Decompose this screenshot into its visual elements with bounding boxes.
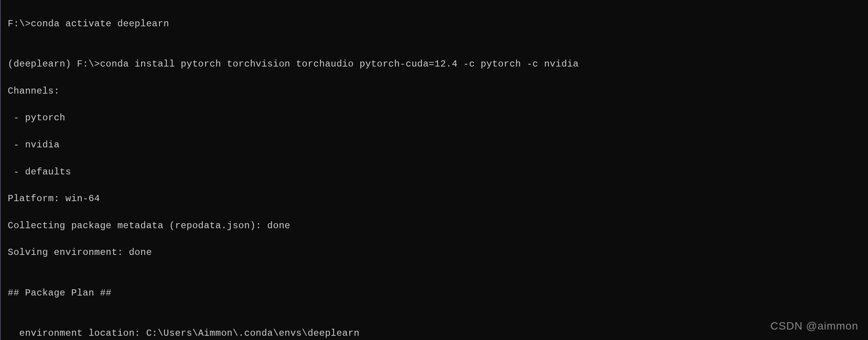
output-line: environment location: C:\Users\Aimmon\.c… [8,327,861,340]
output-line: - defaults [8,166,861,179]
output-line: Collecting package metadata (repodata.js… [8,219,861,233]
output-line: - pytorch [8,111,861,125]
output-line: Solving environment: done [8,246,861,260]
terminal-output[interactable]: F:\>conda activate deeplearn (deeplearn)… [8,4,861,340]
watermark-text: CSDN @aimmon [770,318,858,334]
output-line: - nvidia [8,138,861,152]
section-header: ## Package Plan ## [8,287,861,300]
output-line: Platform: win-64 [8,192,861,206]
prompt-line: F:\>conda activate deeplearn [8,17,861,31]
command-line: (deeplearn) F:\>conda install pytorch to… [8,58,861,71]
output-line: Channels: [8,85,861,98]
